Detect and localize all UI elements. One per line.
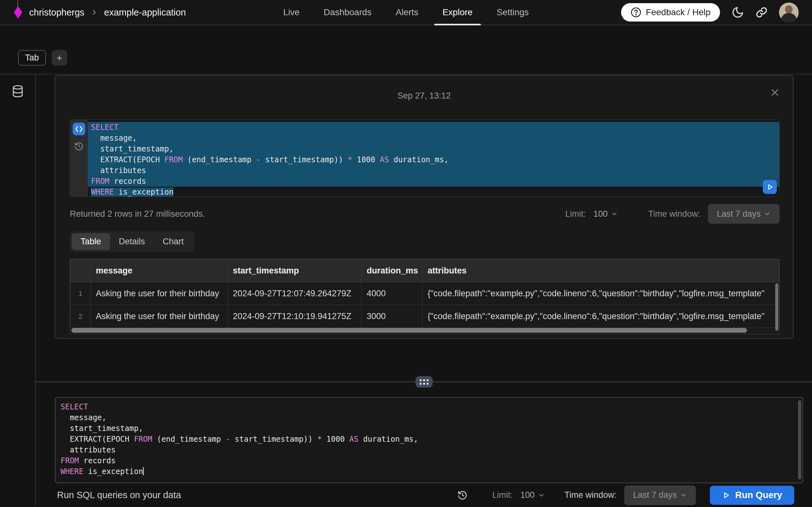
sql-gutter [70,120,88,196]
add-tab-button[interactable]: + [52,50,67,66]
vertical-scrollbar[interactable] [775,283,778,331]
col-header-rownum[interactable] [70,260,91,282]
sql-editor[interactable]: SELECT message, start_timestamp, EXTRACT… [55,397,803,483]
editor-footer: Run SQL queries on your data Limit: 100 … [36,484,812,506]
run-query-label: Run Query [735,490,782,500]
moon-icon [731,6,744,19]
results-table-body: 1Asking the user for their birthday2024-… [70,282,779,328]
query-history-button[interactable] [457,490,467,500]
limit-value: 100 [594,209,608,219]
logfire-logo-icon[interactable] [13,5,23,19]
feedback-help-label: Feedback / Help [646,7,711,17]
schema-browser-button[interactable] [11,84,24,99]
query-timestamp: Sep 27, 13:12 [55,91,793,101]
left-sidebar [0,74,36,506]
history-icon [457,490,467,500]
view-tab-chart[interactable]: Chart [154,233,193,250]
query-result-card: Sep 27, 13:12 [55,75,794,339]
run-query-button[interactable]: Run Query [710,486,794,505]
splitter-drag-handle[interactable] [415,376,433,388]
result-view-tabs: Table Details Chart [70,231,194,252]
view-tab-details[interactable]: Details [110,233,154,250]
nav-item-dashboards[interactable]: Dashboards [315,0,380,25]
col-header-message[interactable]: message [91,260,228,282]
executed-sql-code[interactable]: SELECT message, start_timestamp, EXTRACT… [88,120,779,196]
time-window-select[interactable]: Last 7 days [708,204,780,224]
table-row[interactable]: 2Asking the user for their birthday2024-… [70,305,779,328]
query-tab-bar: Tab + [0,25,812,74]
table-cell: Asking the user for their birthday [91,305,228,328]
breadcrumb-account[interactable]: christophergs [29,7,84,18]
link-icon [756,6,768,18]
nav-item-explore[interactable]: Explore [434,0,481,25]
row-number: 2 [70,305,91,328]
play-icon [722,491,730,499]
horizontal-scrollbar[interactable] [71,328,747,333]
help-circle-icon [630,7,641,18]
sql-editor-code[interactable]: SELECT message, start_timestamp, EXTRACT… [57,401,803,477]
table-cell: Asking the user for their birthday [91,282,228,305]
play-icon [766,183,774,191]
database-icon [11,84,24,99]
close-icon [770,88,780,97]
pane-splitter [36,376,812,388]
col-header-attributes[interactable]: attributes [422,260,779,282]
feedback-help-button[interactable]: Feedback / Help [621,3,720,21]
limit-select[interactable]: 100 [520,490,545,500]
result-summary: Returned 2 rows in 27 milliseconds. [70,209,205,219]
logo-needle [17,0,18,7]
primary-nav: Live Dashboards Alerts Explore Settings [275,0,537,25]
theme-toggle-button[interactable] [731,6,744,19]
editor-scrollbar[interactable] [798,400,801,480]
results-table: message start_timestamp duration_ms attr… [70,259,779,328]
limit-label: Limit: [492,490,513,500]
top-nav: christophergs example-application Live D… [0,0,812,25]
col-header-duration-ms[interactable]: duration_ms [362,260,422,282]
executed-sql-block[interactable]: SELECT message, start_timestamp, EXTRACT… [70,119,780,197]
limit-select[interactable]: 100 [594,209,618,219]
limit-value: 100 [520,490,535,500]
nav-item-settings[interactable]: Settings [489,0,537,25]
editor-hint: Run SQL queries on your data [57,490,181,500]
limit-label: Limit: [565,209,586,219]
breadcrumb: christophergs example-application [13,5,186,19]
history-icon [74,142,84,151]
text-cursor [143,467,144,475]
code-block-button[interactable] [72,123,85,135]
table-cell: 2024-09-27T12:10:19.941275Z [228,305,362,328]
user-avatar[interactable] [779,3,799,22]
chevron-right-icon [91,9,98,16]
rerun-query-button[interactable] [763,180,777,194]
chevron-down-icon [764,210,771,217]
table-row[interactable]: 1Asking the user for their birthday2024-… [70,282,779,305]
breadcrumb-project[interactable]: example-application [104,7,186,18]
time-window-select[interactable]: Last 7 days [624,486,696,505]
results-table-container: message start_timestamp duration_ms attr… [70,259,780,334]
chevron-down-icon [680,492,687,499]
close-result-button[interactable] [770,88,780,97]
query-tab[interactable]: Tab [18,50,46,66]
code-brackets-icon [75,125,83,132]
time-window-value: Last 7 days [633,490,677,500]
time-window-label: Time window: [648,209,700,219]
table-cell: 3000 [362,305,422,328]
query-history-button[interactable] [74,142,84,151]
share-link-button[interactable] [756,6,768,18]
chevron-down-icon [538,492,545,499]
row-number: 1 [70,282,91,305]
col-header-start-timestamp[interactable]: start_timestamp [228,260,362,282]
nav-item-live[interactable]: Live [275,0,308,25]
table-cell: {"code.filepath":"example.py","code.line… [422,305,779,328]
chevron-down-icon [611,210,618,217]
table-cell: {"code.filepath":"example.py","code.line… [422,282,779,305]
time-window-label: Time window: [565,490,617,500]
table-cell: 4000 [362,282,422,305]
table-cell: 2024-09-27T12:07:49.264279Z [228,282,362,305]
view-tab-table[interactable]: Table [72,233,110,250]
time-window-value: Last 7 days [717,209,761,219]
nav-item-alerts[interactable]: Alerts [387,0,426,25]
